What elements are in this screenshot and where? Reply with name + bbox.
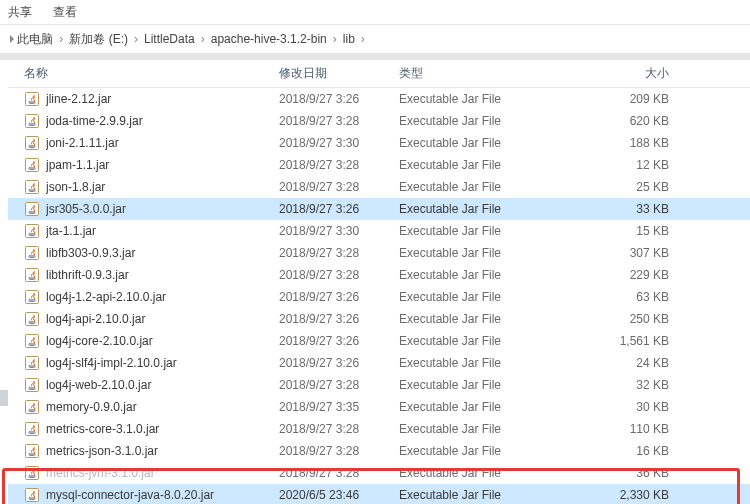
- file-size: 16 KB: [559, 444, 694, 458]
- file-row[interactable]: log4j-web-2.10.0.jar2018/9/27 3:28Execut…: [8, 374, 750, 396]
- column-headers[interactable]: 名称 修改日期 类型 大小: [8, 60, 750, 88]
- file-row[interactable]: jline-2.12.jar2018/9/27 3:26Executable J…: [8, 88, 750, 110]
- file-row[interactable]: memory-0.9.0.jar2018/9/27 3:35Executable…: [8, 396, 750, 418]
- column-type[interactable]: 类型: [399, 65, 559, 82]
- file-date: 2018/9/27 3:28: [279, 158, 399, 172]
- jar-file-icon: [24, 223, 40, 239]
- file-size: 15 KB: [559, 224, 694, 238]
- file-name: metrics-jvm-3.1.0.jar: [46, 466, 279, 480]
- file-type: Executable Jar File: [399, 246, 559, 260]
- chevron-right-icon: ›: [59, 25, 63, 53]
- file-row[interactable]: metrics-core-3.1.0.jar2018/9/27 3:28Exec…: [8, 418, 750, 440]
- column-name[interactable]: 名称: [24, 65, 279, 82]
- file-row[interactable]: jsr305-3.0.0.jar2018/9/27 3:26Executable…: [8, 198, 750, 220]
- file-date: 2018/9/27 3:30: [279, 224, 399, 238]
- breadcrumb[interactable]: 此电脑 › 新加卷 (E:) › LittleData › apache-hiv…: [0, 25, 750, 54]
- file-list[interactable]: jline-2.12.jar2018/9/27 3:26Executable J…: [8, 88, 750, 504]
- file-name: joda-time-2.9.9.jar: [46, 114, 279, 128]
- breadcrumb-item[interactable]: 新加卷 (E:): [69, 25, 128, 53]
- file-type: Executable Jar File: [399, 334, 559, 348]
- file-row[interactable]: libthrift-0.9.3.jar2018/9/27 3:28Executa…: [8, 264, 750, 286]
- chevron-right-icon: [10, 35, 14, 43]
- file-row[interactable]: log4j-slf4j-impl-2.10.0.jar2018/9/27 3:2…: [8, 352, 750, 374]
- jar-file-icon: [24, 201, 40, 217]
- file-name: log4j-1.2-api-2.10.0.jar: [46, 290, 279, 304]
- file-name: mysql-connector-java-8.0.20.jar: [46, 488, 279, 502]
- file-row[interactable]: json-1.8.jar2018/9/27 3:28Executable Jar…: [8, 176, 750, 198]
- breadcrumb-item[interactable]: lib: [343, 25, 355, 53]
- column-date[interactable]: 修改日期: [279, 65, 399, 82]
- file-name: log4j-core-2.10.0.jar: [46, 334, 279, 348]
- file-date: 2018/9/27 3:28: [279, 466, 399, 480]
- file-date: 2020/6/5 23:46: [279, 488, 399, 502]
- chevron-right-icon: ›: [134, 25, 138, 53]
- file-name: libfb303-0.9.3.jar: [46, 246, 279, 260]
- jar-file-icon: [24, 487, 40, 503]
- file-date: 2018/9/27 3:26: [279, 202, 399, 216]
- file-type: Executable Jar File: [399, 290, 559, 304]
- file-name: memory-0.9.0.jar: [46, 400, 279, 414]
- menu-share[interactable]: 共享: [8, 5, 32, 19]
- file-name: joni-2.1.11.jar: [46, 136, 279, 150]
- file-date: 2018/9/27 3:28: [279, 422, 399, 436]
- chevron-right-icon: ›: [201, 25, 205, 53]
- file-name: metrics-core-3.1.0.jar: [46, 422, 279, 436]
- file-size: 30 KB: [559, 400, 694, 414]
- jar-file-icon: [24, 267, 40, 283]
- file-type: Executable Jar File: [399, 400, 559, 414]
- file-size: 229 KB: [559, 268, 694, 282]
- file-size: 33 KB: [559, 202, 694, 216]
- file-type: Executable Jar File: [399, 224, 559, 238]
- file-row[interactable]: log4j-api-2.10.0.jar2018/9/27 3:26Execut…: [8, 308, 750, 330]
- file-row[interactable]: mysql-connector-java-8.0.20.jar2020/6/5 …: [8, 484, 750, 504]
- breadcrumb-item[interactable]: 此电脑: [17, 25, 53, 53]
- chevron-right-icon: ›: [333, 25, 337, 53]
- file-size: 24 KB: [559, 356, 694, 370]
- file-type: Executable Jar File: [399, 180, 559, 194]
- file-name: jpam-1.1.jar: [46, 158, 279, 172]
- scrollbar-thumb[interactable]: [0, 390, 8, 406]
- menu-view[interactable]: 查看: [53, 5, 77, 19]
- file-type: Executable Jar File: [399, 202, 559, 216]
- file-row[interactable]: jpam-1.1.jar2018/9/27 3:28Executable Jar…: [8, 154, 750, 176]
- navigation-pane-edge: [0, 60, 8, 504]
- jar-file-icon: [24, 355, 40, 371]
- file-size: 1,561 KB: [559, 334, 694, 348]
- file-name: log4j-slf4j-impl-2.10.0.jar: [46, 356, 279, 370]
- file-name: metrics-json-3.1.0.jar: [46, 444, 279, 458]
- breadcrumb-item[interactable]: LittleData: [144, 25, 195, 53]
- file-date: 2018/9/27 3:28: [279, 180, 399, 194]
- jar-file-icon: [24, 311, 40, 327]
- file-date: 2018/9/27 3:26: [279, 92, 399, 106]
- file-row[interactable]: metrics-json-3.1.0.jar2018/9/27 3:28Exec…: [8, 440, 750, 462]
- file-name: jsr305-3.0.0.jar: [46, 202, 279, 216]
- file-row[interactable]: metrics-jvm-3.1.0.jar2018/9/27 3:28Execu…: [8, 462, 750, 484]
- file-type: Executable Jar File: [399, 422, 559, 436]
- jar-file-icon: [24, 113, 40, 129]
- file-size: 307 KB: [559, 246, 694, 260]
- file-type: Executable Jar File: [399, 158, 559, 172]
- file-name: log4j-web-2.10.0.jar: [46, 378, 279, 392]
- file-row[interactable]: libfb303-0.9.3.jar2018/9/27 3:28Executab…: [8, 242, 750, 264]
- file-row[interactable]: joda-time-2.9.9.jar2018/9/27 3:28Executa…: [8, 110, 750, 132]
- file-date: 2018/9/27 3:30: [279, 136, 399, 150]
- breadcrumb-item[interactable]: apache-hive-3.1.2-bin: [211, 25, 327, 53]
- jar-file-icon: [24, 443, 40, 459]
- file-row[interactable]: joni-2.1.11.jar2018/9/27 3:30Executable …: [8, 132, 750, 154]
- file-name: json-1.8.jar: [46, 180, 279, 194]
- file-size: 36 KB: [559, 466, 694, 480]
- file-size: 209 KB: [559, 92, 694, 106]
- file-row[interactable]: log4j-core-2.10.0.jar2018/9/27 3:26Execu…: [8, 330, 750, 352]
- column-size[interactable]: 大小: [559, 65, 694, 82]
- file-row[interactable]: jta-1.1.jar2018/9/27 3:30Executable Jar …: [8, 220, 750, 242]
- file-row[interactable]: log4j-1.2-api-2.10.0.jar2018/9/27 3:26Ex…: [8, 286, 750, 308]
- file-type: Executable Jar File: [399, 114, 559, 128]
- file-date: 2018/9/27 3:28: [279, 246, 399, 260]
- jar-file-icon: [24, 377, 40, 393]
- file-type: Executable Jar File: [399, 356, 559, 370]
- file-date: 2018/9/27 3:28: [279, 268, 399, 282]
- file-size: 25 KB: [559, 180, 694, 194]
- jar-file-icon: [24, 245, 40, 261]
- file-size: 188 KB: [559, 136, 694, 150]
- jar-file-icon: [24, 421, 40, 437]
